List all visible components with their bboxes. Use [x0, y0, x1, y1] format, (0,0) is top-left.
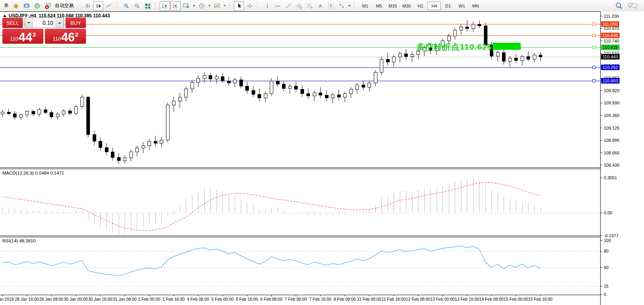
timeframe-button-m5[interactable]: M5	[372, 2, 386, 10]
timeframe-button-w1[interactable]: W1	[455, 2, 469, 10]
zoom-in-icon[interactable]	[121, 1, 131, 11]
toolbar-separator	[257, 2, 260, 10]
chat-icon[interactable]	[627, 2, 638, 10]
rsi-panel[interactable]	[0, 237, 600, 295]
orders-label: 单	[4, 2, 9, 9]
candle-body	[478, 24, 481, 26]
candle-body	[68, 111, 71, 113]
time-tick	[271, 295, 272, 296]
price-tick: 108.435	[601, 162, 620, 167]
panel-separator[interactable]	[0, 167, 600, 169]
timeframe-group: M1M5M15M30H1H4D1W1MN	[358, 2, 482, 10]
autotrade-icon[interactable]	[43, 1, 53, 11]
level-anchor-square	[592, 79, 595, 82]
chart-shift-icon[interactable]	[170, 1, 181, 11]
sell-button[interactable]: SELL	[2, 18, 23, 28]
candle-body	[1, 112, 4, 114]
candle-body	[454, 30, 457, 36]
toolbar-separator	[354, 2, 357, 10]
arrows-dropdown-caret[interactable]	[348, 5, 351, 7]
timeframe-button-m15[interactable]: M15	[386, 2, 399, 10]
bar-chart-icon[interactable]	[82, 1, 93, 11]
label-icon[interactable]: T	[326, 1, 336, 11]
candle-body	[154, 141, 157, 143]
timeframe-button-d1[interactable]: D1	[441, 2, 455, 10]
price-axis[interactable]: 111.200110.970110.740110.510110.280110.0…	[600, 11, 644, 305]
signals-icon[interactable]	[32, 1, 42, 11]
candle-body	[62, 111, 65, 114]
vertical-line-icon[interactable]	[262, 1, 272, 11]
highlight-zone	[493, 43, 521, 50]
collapse-arrow-icon[interactable]	[3, 15, 6, 17]
community-icon[interactable]	[21, 1, 32, 11]
templates-icon[interactable]	[212, 1, 222, 11]
line-chart-icon[interactable]	[104, 1, 114, 11]
time-tick	[100, 295, 101, 296]
arrows-icon[interactable]	[336, 1, 347, 11]
volume-increase-button[interactable]	[56, 18, 63, 28]
timeframe-button-h4[interactable]: H4	[427, 2, 441, 10]
candle-body	[331, 95, 334, 98]
volume-input[interactable]	[33, 18, 56, 28]
candle-body	[26, 112, 29, 115]
indicators-dropdown-caret[interactable]	[193, 5, 195, 7]
time-axis[interactable]: 28 Jan 201928 Jan 16:0029 Jan 08:0030 Ja…	[0, 295, 600, 305]
candle-body	[411, 54, 414, 56]
rsi-tick: 50	[601, 265, 609, 270]
timeframe-button-m30[interactable]: M30	[400, 2, 413, 10]
time-tick	[296, 295, 296, 296]
candle-body	[521, 56, 524, 60]
cursor-icon[interactable]	[234, 1, 244, 11]
templates-dropdown-caret[interactable]	[224, 5, 226, 7]
auto-trading-label[interactable]: 自动交易	[55, 2, 74, 9]
timeframe-button-mn[interactable]: MN	[469, 2, 482, 10]
periods-icon[interactable]	[196, 1, 207, 11]
buy-button[interactable]: BUY	[65, 18, 86, 28]
tile-windows-icon[interactable]	[142, 1, 153, 11]
gold-icon[interactable]	[11, 1, 21, 11]
macd-label: MACD(12,26,9) 0.0484 0.1471	[2, 171, 64, 175]
price-tick: 109.590	[601, 100, 620, 106]
candle-body	[136, 148, 139, 152]
macd-panel[interactable]	[0, 169, 600, 236]
price-tick: 109.820	[601, 88, 620, 93]
macd-histogram	[3, 178, 541, 234]
candle-body	[233, 80, 237, 83]
timeframe-button-h1[interactable]: H1	[414, 2, 427, 10]
level-lines	[0, 24, 600, 81]
fibonacci-icon[interactable]: F	[304, 1, 315, 11]
pivot-annotation: 多空转折点110.625	[416, 41, 492, 52]
time-tick	[467, 295, 467, 296]
timeframe-button-m1[interactable]: M1	[358, 2, 372, 10]
candle-body	[105, 148, 108, 152]
horizontal-line-icon[interactable]	[273, 1, 283, 11]
level-anchor-square	[592, 34, 595, 37]
auto-scroll-icon[interactable]	[160, 1, 170, 11]
candle-body	[227, 81, 230, 83]
trendline-icon[interactable]	[283, 1, 293, 11]
label-letter: T	[330, 4, 332, 8]
text-icon[interactable]: A	[315, 1, 325, 11]
candle-body	[508, 58, 511, 61]
main-chart[interactable]	[0, 12, 600, 167]
channel-icon[interactable]: E	[294, 1, 304, 11]
candle-body	[392, 57, 396, 62]
rsi-label: RSI(14) 48.3810	[2, 238, 35, 243]
candle-body	[38, 110, 41, 114]
search-icon[interactable]	[615, 2, 623, 10]
buy-price-big: 46	[61, 32, 75, 43]
sell-price-button[interactable]: 110 44 3	[2, 29, 43, 44]
candlestick-icon[interactable]	[93, 1, 103, 11]
rsi-line	[2, 246, 540, 276]
candle-body	[258, 94, 261, 98]
buy-price-button[interactable]: 110 46 2	[45, 29, 86, 44]
periods-dropdown-caret[interactable]	[208, 5, 211, 7]
time-tick	[369, 295, 370, 296]
candle-body	[337, 95, 340, 97]
volume-decrease-button[interactable]	[25, 18, 33, 28]
zoom-out-icon[interactable]	[132, 1, 142, 11]
indicators-icon[interactable]	[181, 1, 191, 11]
candle-body	[301, 89, 304, 94]
crosshair-icon[interactable]	[245, 1, 255, 11]
time-tick	[516, 295, 516, 296]
